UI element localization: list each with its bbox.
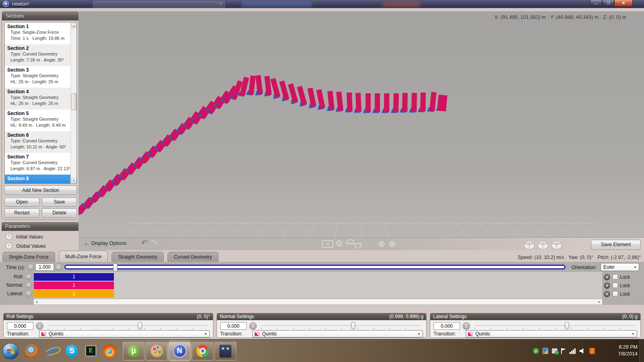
show-desktop-button[interactable]	[639, 339, 644, 362]
time-input[interactable]	[35, 263, 54, 271]
settings-value-input[interactable]	[220, 322, 247, 330]
open-button[interactable]: Open	[4, 197, 39, 207]
minimize-button[interactable]	[590, 0, 602, 7]
remove-zone-icon[interactable]	[25, 274, 32, 280]
gear-icon[interactable]	[335, 239, 343, 248]
view-cube-icon[interactable]	[523, 240, 535, 251]
scroll-right-icon[interactable]	[599, 300, 600, 304]
section-list-item[interactable]: Section 8	[5, 175, 71, 184]
section-list-item[interactable]: Section 5Type: Straight GeometryHL: 9.49…	[5, 109, 71, 131]
lock-checkbox[interactable]	[613, 274, 618, 280]
start-taskbar-button[interactable]	[2, 343, 19, 359]
section-list-item[interactable]: Section 1Type: Single-Zone ForceTime: 1 …	[5, 23, 71, 44]
utorrent-icon[interactable]	[128, 345, 140, 357]
flag-tray-icon[interactable]	[561, 348, 566, 354]
settings-value-input[interactable]	[7, 322, 33, 330]
scroll-up-icon[interactable]	[71, 23, 76, 28]
tab-curved-geometry[interactable]: Curved Geometry	[167, 252, 219, 262]
volume-tray-icon[interactable]	[580, 348, 586, 354]
taskbar-clock[interactable]: 6:29 PM 7/8/2014	[618, 344, 638, 358]
slider-thumb[interactable]	[565, 322, 569, 329]
transition-dropdown[interactable]: Quintic	[252, 330, 423, 337]
close-button[interactable]	[614, 0, 633, 7]
paint-icon[interactable]	[151, 345, 163, 357]
tab-multi-zone-force[interactable]: Multi-Zone Force	[59, 251, 108, 262]
newton-taskbar-button[interactable]	[169, 342, 190, 360]
slider-thumb[interactable]	[138, 322, 142, 329]
start-icon[interactable]	[2, 343, 19, 359]
restore-button[interactable]	[602, 0, 614, 7]
time-increment-button[interactable]	[55, 263, 62, 271]
transition-dropdown[interactable]: Quintic	[466, 330, 637, 337]
slider-thumb[interactable]	[351, 322, 355, 329]
chrome-taskbar-button[interactable]	[192, 342, 213, 360]
section-list-item[interactable]: Section 6Type: Curved GeometryLength: 10…	[5, 131, 71, 153]
ut-tray-icon[interactable]	[533, 348, 539, 354]
force-zone-bar[interactable]: 1	[34, 290, 114, 298]
settings-stepper[interactable]: ▲▼	[462, 322, 470, 330]
add-zone-icon[interactable]	[604, 282, 610, 289]
section-list-item[interactable]: Section 4Type: Straight GeometryHL: 25 m…	[5, 88, 71, 109]
settings-slider[interactable]	[261, 322, 421, 330]
view-cube-icon[interactable]	[551, 240, 563, 251]
view-cube-icon[interactable]	[537, 240, 549, 251]
remove-zone-icon[interactable]	[25, 290, 32, 297]
paint-taskbar-button[interactable]	[146, 342, 167, 360]
section-list-item[interactable]: Section 7Type: Curved GeometryLength: 6.…	[5, 153, 71, 175]
save-element-button[interactable]: Save Element	[591, 240, 641, 250]
section-list-item[interactable]: Section 2Type: Curved GeometryLength: 7.…	[5, 44, 71, 66]
display-options-toggle[interactable]: Display Options	[84, 241, 127, 246]
lock-checkbox[interactable]	[613, 291, 618, 296]
chrome-icon[interactable]	[196, 345, 209, 357]
ie-icon[interactable]	[45, 344, 59, 358]
remove-zone-icon[interactable]	[25, 282, 32, 288]
parameter-group-initial-values[interactable]: Initial Values	[6, 233, 79, 240]
firefox-icon[interactable]	[25, 344, 39, 358]
ie-taskbar-button[interactable]	[45, 344, 59, 358]
force-zone-bar[interactable]: 1	[34, 273, 114, 281]
skype-icon[interactable]	[66, 345, 78, 357]
tab-straight-geometry[interactable]: Straight Geometry	[111, 252, 163, 262]
flame-icon[interactable]	[103, 345, 116, 357]
section-list-item[interactable]: Section 3Type: Straight GeometryHL: 25 m…	[5, 66, 71, 88]
time-decrement-button[interactable]	[27, 263, 34, 271]
chevron-up-icon[interactable]	[6, 233, 12, 240]
undo-icon[interactable]: ↶	[141, 238, 148, 247]
tab-single-zone-force[interactable]: Single-Zone Force	[2, 252, 55, 262]
settings-stepper[interactable]: ▲▼	[249, 322, 257, 330]
signal-tray-icon[interactable]	[570, 348, 576, 354]
settings-slider[interactable]	[48, 322, 208, 330]
settings-slider[interactable]	[475, 322, 636, 330]
orientation-dropdown[interactable]: Euler	[601, 263, 639, 271]
save-button[interactable]: Save	[42, 197, 77, 207]
usb-tray-icon[interactable]	[552, 348, 557, 354]
add-new-section-button[interactable]: Add New Section	[4, 185, 77, 195]
newton-icon[interactable]	[173, 344, 186, 358]
robot-icon[interactable]	[219, 345, 231, 358]
scroll-down-icon[interactable]	[71, 178, 76, 183]
add-zone-icon[interactable]	[604, 274, 610, 280]
terminal-icon[interactable]	[85, 345, 97, 357]
transition-dropdown[interactable]: Quintic	[39, 330, 210, 337]
scrollbar-thumb[interactable]	[71, 93, 76, 110]
add-zone-icon[interactable]	[604, 291, 610, 297]
time-slider-thumb[interactable]	[113, 263, 118, 272]
scroll-left-icon[interactable]	[36, 300, 37, 304]
force-zone-bar[interactable]: 1	[34, 282, 114, 289]
delete-button[interactable]: Delete	[42, 208, 77, 218]
pan-arrows-icon[interactable]	[322, 240, 333, 248]
sections-scrollbar[interactable]	[70, 23, 76, 183]
robot-taskbar-button[interactable]	[215, 342, 236, 360]
restart-button[interactable]: Restart	[4, 208, 39, 218]
3d-viewport[interactable]: X: (91.495, 101.582) m · Y: (40.848, 40.…	[78, 11, 644, 237]
java-tray-icon[interactable]	[589, 348, 595, 354]
terminal-taskbar-button[interactable]	[85, 345, 97, 357]
zone-scrollbar[interactable]	[34, 299, 602, 304]
parameter-group-global-values[interactable]: Global Values	[6, 243, 79, 249]
skype-taskbar-button[interactable]	[66, 345, 78, 357]
firefox-taskbar-button[interactable]	[25, 344, 39, 358]
sine-wave-icon[interactable]	[345, 239, 362, 248]
redo-icon[interactable]: ↷	[151, 238, 158, 247]
utorrent-taskbar-button[interactable]	[123, 342, 144, 360]
update-tray-icon[interactable]	[543, 348, 548, 354]
